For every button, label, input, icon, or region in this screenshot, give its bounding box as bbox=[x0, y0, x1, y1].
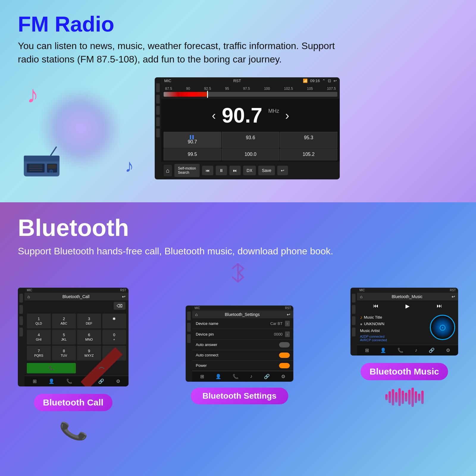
bt-settings-nav-person[interactable]: 👤 bbox=[215, 374, 221, 379]
key-9[interactable]: 9WXYZ bbox=[77, 346, 101, 361]
fm-home-button[interactable]: ⌂ bbox=[164, 165, 172, 176]
scale-1075: 107.5 bbox=[327, 87, 336, 91]
fm-subtitle: You can listen to news, music, weather f… bbox=[18, 39, 345, 66]
key-star[interactable]: ✱ bbox=[102, 314, 126, 328]
bt-settings-nav-dial[interactable]: 📞 bbox=[233, 374, 239, 379]
preset-3[interactable]: 95.3 bbox=[280, 132, 337, 148]
call-accept-button[interactable]: 📞 bbox=[27, 363, 76, 373]
side-btn-5[interactable] bbox=[156, 129, 160, 137]
bt-settings-rst: RST bbox=[285, 306, 291, 310]
bt-music-side-btn-3[interactable] bbox=[352, 316, 356, 325]
freq-next-button[interactable]: › bbox=[285, 109, 289, 122]
bt-music-nav-music[interactable]: ♪ bbox=[415, 347, 417, 353]
bt-settings-device-pin: Device pin 0000 › bbox=[192, 329, 293, 340]
key-6[interactable]: 6MNO bbox=[77, 330, 101, 345]
bt-call-side-btn-2[interactable] bbox=[19, 305, 23, 314]
bt-music-nav-dial[interactable]: 📞 bbox=[397, 347, 403, 353]
key-2[interactable]: 2ABC bbox=[52, 314, 76, 328]
side-btn-1[interactable] bbox=[156, 83, 160, 92]
bt-music-nav-link[interactable]: 🔗 bbox=[429, 347, 435, 353]
device-pin-arrow[interactable]: › bbox=[285, 331, 290, 337]
bt-settings-power: Power bbox=[192, 361, 293, 371]
bt-settings-side-btn-2[interactable] bbox=[187, 323, 191, 332]
preset-2[interactable]: 93.6 bbox=[222, 132, 279, 148]
fm-back-button[interactable]: ↩ bbox=[277, 166, 288, 175]
key-8[interactable]: 8TUV bbox=[52, 346, 76, 361]
preset-1[interactable]: ▌▌ 90.7 bbox=[164, 132, 221, 148]
key-3[interactable]: 3DEF bbox=[77, 314, 101, 328]
bt-call-side-btn-1[interactable] bbox=[19, 294, 23, 303]
bt-music-nav-person[interactable]: 👤 bbox=[380, 347, 386, 353]
fm-decorations: ♪ bbox=[18, 75, 143, 182]
bt-call-home-icon[interactable]: ⌂ bbox=[27, 294, 30, 299]
bt-settings-nav-grid[interactable]: ⊞ bbox=[200, 374, 204, 379]
nav-dial-icon[interactable]: 📞 bbox=[66, 378, 72, 384]
side-btn-4[interactable] bbox=[156, 117, 160, 126]
side-btn-3[interactable] bbox=[156, 106, 160, 115]
status-icons: 📶 09:16 ⌃ ⊡ ↩ bbox=[303, 79, 337, 83]
svg-line-2 bbox=[51, 147, 57, 156]
nav-person-icon[interactable]: 👤 bbox=[48, 378, 54, 384]
bt-settings-side-buttons bbox=[186, 306, 192, 382]
key-0[interactable]: 0+ bbox=[102, 330, 126, 345]
dx-button[interactable]: DX bbox=[243, 166, 256, 175]
expand-icon: ⌃ bbox=[322, 79, 325, 83]
auto-connect-toggle[interactable] bbox=[279, 353, 290, 358]
preset-4[interactable]: 99.5 bbox=[164, 148, 221, 160]
bluetooth-icon bbox=[226, 261, 250, 285]
bt-call-nav-bar: ⊞ 👤 📞 ♪ 🔗 ⚙ bbox=[24, 376, 129, 386]
bt-settings-side-btn-3[interactable] bbox=[187, 334, 191, 343]
bt-call-mic: MIC bbox=[27, 289, 32, 292]
bt-music-side-btn-1[interactable] bbox=[352, 294, 356, 303]
bt-music-playback-controls: ⏮ ▶ ⏭ bbox=[357, 300, 458, 312]
preset-5[interactable]: 100.0 bbox=[222, 148, 279, 160]
bt-music-label-container: Bluetooth Music bbox=[361, 358, 448, 385]
nav-grid-icon[interactable]: ⊞ bbox=[33, 378, 37, 384]
key-5[interactable]: 5JKL bbox=[52, 330, 76, 345]
bt-music-nav-gear[interactable]: ⚙ bbox=[446, 347, 450, 353]
bt-settings-nav-bar: ⊞ 👤 📞 ♪ 🔗 ⚙ bbox=[192, 371, 293, 382]
radio-icon bbox=[21, 145, 62, 179]
bt-music-unknown: UNKNOWN bbox=[364, 322, 384, 326]
side-btn-2[interactable] bbox=[156, 95, 160, 104]
bt-settings-home-icon[interactable]: ⌂ bbox=[195, 312, 198, 317]
bt-music-artist: Music Artist bbox=[360, 328, 380, 333]
self-motion-search-button[interactable]: Self-motionSearch bbox=[174, 164, 200, 177]
bt-music-side-btn-4[interactable] bbox=[352, 328, 356, 336]
sw-6 bbox=[402, 391, 404, 404]
bt-settings-nav-gear[interactable]: ⚙ bbox=[281, 374, 285, 379]
bt-music-back-icon[interactable]: ↩ bbox=[452, 294, 455, 299]
next-track-button[interactable]: ⏭ bbox=[229, 166, 241, 175]
nav-link-icon[interactable]: 🔗 bbox=[98, 378, 104, 384]
key-4[interactable]: 4GHI bbox=[27, 330, 51, 345]
prev-track-button[interactable]: ⏮ bbox=[202, 166, 213, 175]
preset-6[interactable]: 105.2 bbox=[280, 148, 337, 160]
device-name-arrow[interactable]: › bbox=[285, 321, 290, 326]
bt-music-nav-grid[interactable]: ⊞ bbox=[365, 347, 369, 353]
power-toggle[interactable] bbox=[279, 363, 290, 368]
bt-settings-side-btn-1[interactable] bbox=[187, 311, 191, 320]
bt-music-side-btn-2[interactable] bbox=[352, 305, 356, 314]
fm-tuner-bar[interactable] bbox=[164, 92, 337, 97]
bt-music-play-button[interactable]: ▶ bbox=[405, 303, 410, 309]
nav-settings-icon[interactable]: ⚙ bbox=[116, 378, 120, 384]
bt-call-side-btn-4[interactable] bbox=[19, 328, 23, 336]
save-button[interactable]: Save bbox=[258, 166, 275, 175]
bt-settings-nav-link[interactable]: 🔗 bbox=[264, 374, 270, 379]
sw-2 bbox=[389, 391, 391, 403]
bt-call-backspace-button[interactable]: ⌫ bbox=[114, 302, 126, 310]
freq-prev-button[interactable]: ‹ bbox=[212, 109, 216, 122]
bt-settings-back-icon[interactable]: ↩ bbox=[287, 312, 290, 317]
bt-call-back-icon[interactable]: ↩ bbox=[122, 294, 126, 299]
bt-music-next-button[interactable]: ⏭ bbox=[437, 303, 442, 309]
bt-settings-auto-connect: Auto connect bbox=[192, 350, 293, 361]
bt-call-side-btn-3[interactable] bbox=[19, 316, 23, 325]
bt-settings-nav-music[interactable]: ♪ bbox=[250, 374, 253, 379]
auto-answer-toggle[interactable] bbox=[279, 342, 290, 347]
bt-music-prev-button[interactable]: ⏮ bbox=[373, 303, 378, 309]
play-pause-button[interactable]: ⏸ bbox=[216, 166, 227, 175]
key-1[interactable]: 1QLD bbox=[27, 314, 51, 328]
bt-music-home-icon[interactable]: ⌂ bbox=[360, 294, 362, 299]
scale-105: 105 bbox=[307, 87, 313, 91]
key-7[interactable]: 7PQRS bbox=[27, 346, 51, 361]
